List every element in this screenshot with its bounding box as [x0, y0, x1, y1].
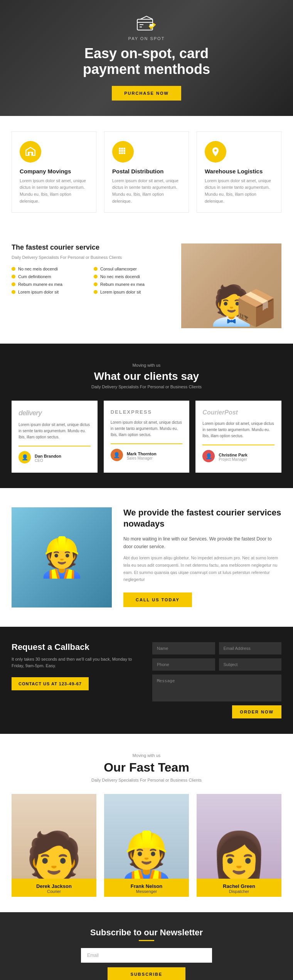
team-card: 👩 Rachel Green Dispatcher [197, 794, 281, 897]
testimonial-role: CEO [35, 458, 61, 463]
testimonial-avatar: 👤 [111, 449, 123, 461]
team-name-box: Rachel Green Dispatcher [197, 879, 281, 897]
bullet-dot [94, 282, 98, 286]
courier-section-title: The fastest courier service [12, 243, 170, 252]
testimonial-text: Lorem ipsum dolor sit amet, unique dictu… [19, 422, 91, 440]
testimonial-card: delivery Lorem ipsum dolor sit amet, uni… [12, 401, 98, 473]
bullet-dot [12, 275, 15, 279]
testimonial-card: CourierPost Lorem ipsum dolor sit amet, … [195, 401, 281, 473]
newsletter-title: Subscribe to our Newsletter [12, 928, 281, 938]
team-member-image: 🧑 [12, 794, 96, 879]
postal-distribution-title: Postal Distribution [112, 168, 181, 175]
team-card: 🧑 Derek Jackson Courier [12, 794, 96, 897]
pay-on-spot-icon [83, 15, 210, 34]
testimonial-name: Dan Brandon [35, 454, 61, 458]
company-movings-title: Company Movings [20, 168, 88, 175]
hero-tag: PAY ON SPOT [83, 36, 210, 41]
testimonial-role: Project Manager [219, 457, 248, 461]
testimonial-brand: DELEXPRESS [111, 409, 183, 415]
bullet-dot [12, 267, 15, 271]
warehouse-logistics-title: Warehouse Logistics [205, 168, 273, 175]
warehouse-logistics-icon [205, 141, 226, 163]
testimonial-name: Mark Thornton [127, 451, 157, 456]
fastest-desc: No more waiting in line with our Service… [123, 535, 281, 551]
testimonial-avatar: 👤 [202, 450, 215, 462]
team-title: Our Fast Team [12, 760, 281, 775]
testimonial-footer: 👤 Mark Thornton Sales Manager [111, 443, 183, 463]
subscribe-button[interactable]: SUBSCRIBE [108, 967, 186, 980]
testimonial-role: Sales Manager [127, 456, 157, 460]
purchase-now-button[interactable]: PURCHASE NOW [112, 86, 181, 101]
testimonial-card: DELEXPRESS Lorem ipsum dolor sit amet, u… [104, 401, 190, 473]
company-movings-icon [20, 141, 41, 163]
callback-phone-input[interactable] [152, 658, 215, 671]
callback-desc: It only takes 30 seconds and then we'll … [12, 656, 141, 670]
hero-title: Easy on-spot, cardpayment menthods [83, 45, 210, 77]
callback-name-input[interactable] [152, 642, 215, 654]
service-card-company-movings: Company Movings Lorem ipsum dolor sit am… [12, 131, 96, 213]
team-card: 👷 Frank Nelson Messenger [104, 794, 189, 897]
courier-section: The fastest courier service Daily Delive… [0, 228, 293, 344]
team-subtitle: Daily Delivery Specialists For Personal … [12, 778, 281, 782]
team-member-image: 👩 [197, 794, 281, 879]
bullet-dot [94, 290, 98, 294]
bullet-dot [94, 275, 98, 279]
fastest-courier-image: 👷 [12, 507, 112, 607]
hero-section: PAY ON SPOT Easy on-spot, cardpayment me… [0, 0, 293, 116]
team-member-role: Dispatcher [200, 889, 278, 894]
bullet-dot [94, 267, 98, 271]
warehouse-logistics-desc: Lorem ipsum dolor sit amet, unique dictu… [205, 178, 273, 205]
team-name-box: Derek Jackson Courier [12, 879, 96, 897]
feature-item: Consul ullamcorper [94, 267, 170, 271]
testimonial-brand: delivery [19, 409, 91, 417]
testimonials-section: Moving with us What our clients say Dail… [0, 344, 293, 488]
newsletter-email-input[interactable] [81, 948, 212, 963]
team-tag: Moving with us [12, 753, 281, 758]
fastest-section: 👷 We provide the fastest courier service… [0, 488, 293, 627]
testimonial-text: Lorem ipsum dolor sit amet, unique dictu… [111, 420, 183, 438]
contact-phone-button[interactable]: CONTACT US AT 123-49-67 [12, 677, 89, 690]
feature-item: No nec meis docendi [94, 274, 170, 279]
callback-message-input[interactable] [152, 675, 281, 701]
service-card-warehouse-logistics: Warehouse Logistics Lorem ipsum dolor si… [197, 131, 281, 213]
testimonial-avatar: 👤 [19, 451, 31, 463]
feature-item: No nec meis docendi [12, 267, 88, 271]
testimonial-name: Christine Park [219, 453, 248, 457]
newsletter-divider [139, 940, 154, 941]
bullet-dot [12, 282, 15, 286]
postal-distribution-icon [112, 141, 134, 163]
courier-features-list: No nec meis docendiConsul ullamcorperCum… [12, 267, 170, 294]
testimonial-footer: 👤 Christine Park Project Manager [202, 445, 274, 465]
fastest-desc2: Abt duo lorem ipsum aliqu globetur. No i… [123, 554, 281, 583]
testimonials-title: What our clients say [12, 370, 281, 383]
testimonial-text: Lorem ipsum dolor sit amet, unique dictu… [202, 421, 274, 439]
courier-section-subtitle: Daily Delivery Specialists For Personal … [12, 255, 170, 260]
team-member-role: Courier [15, 889, 93, 894]
team-member-role: Messenger [108, 889, 185, 894]
call-us-today-button[interactable]: CALL US TODAY [123, 592, 192, 607]
postal-distribution-desc: Lorem ipsum dolor sit amet, unique dictu… [112, 178, 181, 205]
company-movings-desc: Lorem ipsum dolor sit amet, unique dictu… [20, 178, 88, 205]
team-member-name: Rachel Green [200, 883, 278, 889]
service-card-postal-distribution: Postal Distribution Lorem ipsum dolor si… [104, 131, 189, 213]
callback-email-input[interactable] [219, 642, 282, 654]
bullet-dot [12, 290, 15, 294]
feature-item: Rebum munere ex mea [94, 282, 170, 287]
services-section: Company Movings Lorem ipsum dolor sit am… [0, 116, 293, 228]
team-member-name: Derek Jackson [15, 883, 93, 889]
feature-item: Rebum munere ex mea [12, 282, 88, 287]
order-now-button[interactable]: ORDER NOW [232, 705, 281, 718]
fastest-title: We provide the fastest courier services … [123, 507, 281, 529]
testimonial-footer: 👤 Dan Brandon CEO [19, 446, 91, 466]
team-name-box: Frank Nelson Messenger [104, 879, 189, 897]
testimonial-brand: CourierPost [202, 409, 274, 416]
courier-photo: 🧑‍💼 📦 [181, 243, 281, 328]
callback-subject-input[interactable] [219, 658, 282, 671]
svg-rect-4 [150, 24, 153, 27]
team-member-image: 👷 [104, 794, 189, 879]
newsletter-section: Subscribe to our Newsletter SUBSCRIBE [0, 912, 293, 980]
callback-title: Request a Callback [12, 642, 141, 652]
testimonials-tag: Moving with us [12, 363, 281, 368]
testimonials-subtitle: Daily Delivery Specialists For Personal … [12, 384, 281, 389]
callback-section: Request a Callback It only takes 30 seco… [0, 627, 293, 734]
